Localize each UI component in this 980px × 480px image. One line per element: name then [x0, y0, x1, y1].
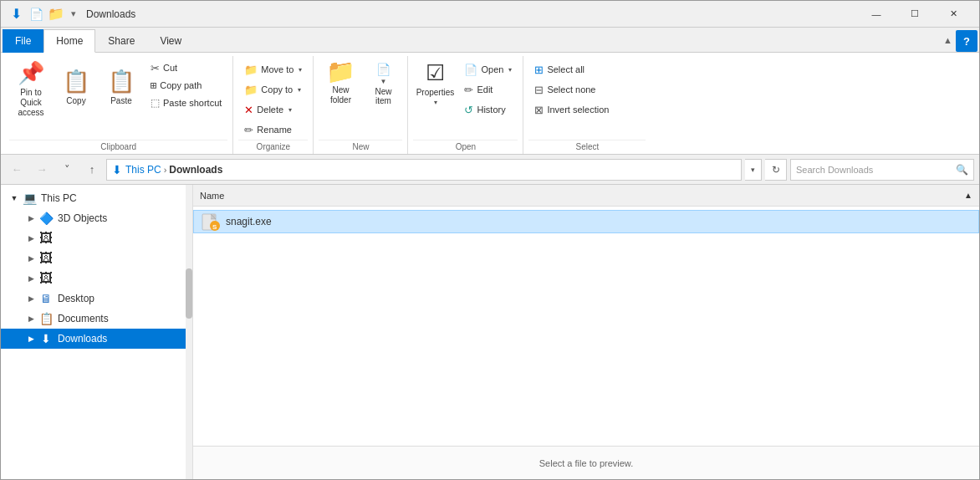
sidebar-item-pictures3[interactable]: ▶ 🖼: [1, 268, 192, 289]
this-pc-expand-icon: ▼: [8, 191, 21, 205]
sidebar-item-this-pc[interactable]: ▼ 💻 This PC: [1, 188, 192, 208]
file-item-snagit[interactable]: S snagit.exe: [193, 210, 979, 233]
sidebar-item-pictures1[interactable]: ▶ 🖼: [1, 228, 192, 248]
copy-path-icon: ⊞: [151, 79, 156, 91]
up-button[interactable]: ↑: [81, 159, 103, 181]
tab-home[interactable]: Home: [43, 29, 95, 53]
organize-content: 📁 Move to ▾ 📁 Copy to ▾ ✕ Delete ▾: [238, 56, 308, 138]
desktop-icon: 🖥: [38, 290, 54, 307]
sidebar-item-documents[interactable]: ▶ 📋 Documents: [1, 309, 192, 329]
ribbon-group-clipboard: 📌 Pin to Quick access 📋 Copy 📋 Paste ✂: [4, 56, 233, 154]
open-label: Open: [413, 140, 518, 154]
new-item-icon1: 📄: [376, 63, 390, 76]
downloads-label: Downloads: [58, 333, 107, 345]
select-all-icon: ⊞: [534, 64, 544, 76]
close-button[interactable]: ✕: [934, 1, 972, 28]
minimize-button[interactable]: —: [857, 1, 896, 28]
tab-share[interactable]: Share: [95, 29, 147, 53]
history-icon: ↺: [464, 104, 473, 116]
properties-button[interactable]: ☑ Properties ▾: [413, 56, 457, 109]
select-none-icon: ⊟: [534, 84, 544, 96]
open-dropdown-icon: ▾: [508, 66, 512, 74]
move-to-button[interactable]: 📁 Move to ▾: [238, 61, 308, 78]
main-content: ▼ 💻 This PC ▶ 🔷 3D Objects ▶ 🖼 ▶ 🖼: [1, 185, 979, 479]
title-bar-title: Downloads: [86, 8, 857, 20]
docs-label: Documents: [58, 313, 109, 324]
ribbon-collapse-btn[interactable]: ▲: [943, 35, 952, 45]
ribbon-group-select: ⊞ Select all ⊟ Select none ⊠ Invert sele…: [523, 56, 651, 154]
new-label: New: [319, 140, 402, 154]
sidebar-item-downloads[interactable]: ▶ ⬇ Downloads: [1, 329, 192, 349]
forward-button[interactable]: →: [31, 159, 53, 181]
window-folder-icon: 📁: [48, 6, 64, 23]
pin-icon: 📌: [18, 60, 44, 86]
open-content: ☑ Properties ▾ 📄 Open ▾ ✏ Edit ↺: [413, 56, 518, 138]
this-pc-label: This PC: [41, 192, 77, 204]
cut-button[interactable]: ✂ Cut: [145, 59, 227, 76]
copy-to-dropdown-icon: ▾: [298, 86, 301, 94]
header-sort-icon[interactable]: ▲: [964, 191, 972, 200]
copy-large-icon: 📋: [63, 69, 89, 94]
address-part-downloads[interactable]: Downloads: [169, 164, 222, 176]
3d-icon: 🔷: [38, 210, 54, 227]
delete-dropdown-icon: ▾: [288, 106, 292, 114]
sidebar-scrollbar[interactable]: [186, 185, 192, 479]
invert-icon: ⊠: [534, 104, 544, 116]
new-folder-button[interactable]: 📁 New folder: [319, 56, 362, 108]
delete-button[interactable]: ✕ Delete ▾: [238, 101, 308, 118]
ribbon-group-organize: 📁 Move to ▾ 📁 Copy to ▾ ✕ Delete ▾: [233, 56, 314, 154]
address-pc-icon: ⬇: [112, 163, 122, 176]
sidebar-item-desktop[interactable]: ▶ 🖥 Desktop: [1, 289, 192, 309]
paste-shortcut-button[interactable]: ⬚ Paste shortcut: [145, 94, 227, 111]
history-button[interactable]: ↺ History: [458, 101, 518, 118]
copy-button[interactable]: 📋 Copy: [54, 56, 98, 108]
paste-button[interactable]: 📋 Paste: [100, 56, 143, 108]
file-list: S snagit.exe: [193, 207, 979, 446]
open-small-col: 📄 Open ▾ ✏ Edit ↺ History: [458, 61, 518, 118]
title-bar: ⬇ 📄 📁 ▾ Downloads — ☐ ✕: [1, 1, 979, 28]
tab-view[interactable]: View: [147, 29, 194, 53]
copy-to-icon: 📁: [244, 84, 258, 96]
copy-path-button[interactable]: ⊞ Copy path: [145, 77, 227, 94]
help-button[interactable]: ?: [956, 30, 977, 52]
name-column-header: Name: [200, 191, 224, 201]
select-all-button[interactable]: ⊞ Select all: [528, 61, 646, 78]
invert-selection-button[interactable]: ⊠ Invert selection: [528, 101, 646, 118]
sidebar-item-3d-objects[interactable]: ▶ 🔷 3D Objects: [1, 208, 192, 228]
preview-message: Select a file to preview.: [539, 458, 634, 468]
pin-quick-access-button[interactable]: 📌 Pin to Quick access: [9, 56, 53, 120]
edit-icon: ✏: [464, 84, 473, 96]
address-part-thispc[interactable]: This PC: [125, 164, 161, 176]
docs-expand-icon: ▶: [24, 312, 38, 325]
search-bar[interactable]: Search Downloads 🔍: [790, 159, 974, 181]
select-none-button[interactable]: ⊟ Select none: [528, 81, 646, 98]
file-list-header: Name ▲: [193, 185, 979, 207]
recent-locations-button[interactable]: ˅: [56, 159, 78, 181]
address-separator-1: ›: [164, 165, 167, 175]
cut-icon: ✂: [151, 62, 160, 74]
properties-dropdown-icon: ▾: [434, 99, 437, 106]
address-refresh-button[interactable]: ↻: [765, 159, 787, 181]
sidebar-item-pictures2[interactable]: ▶ 🖼: [1, 248, 192, 268]
nav-bar: ← → ˅ ↑ ⬇ This PC › Downloads ▾ ↻ Search…: [1, 155, 979, 185]
select-content: ⊞ Select all ⊟ Select none ⊠ Invert sele…: [528, 56, 646, 138]
pics2-expand-icon: ▶: [24, 252, 38, 265]
open-button[interactable]: 📄 Open ▾: [458, 61, 518, 78]
tab-file[interactable]: File: [3, 29, 43, 53]
svg-text:S: S: [212, 223, 217, 231]
edit-button[interactable]: ✏ Edit: [458, 81, 518, 98]
address-bar[interactable]: ⬇ This PC › Downloads: [106, 159, 742, 181]
sidebar-scrollbar-thumb[interactable]: [186, 268, 192, 319]
preview-bar: Select a file to preview.: [193, 446, 979, 479]
snagit-file-name: snagit.exe: [226, 216, 272, 227]
downloads-icon: ⬇: [38, 330, 54, 347]
pics1-icon: 🖼: [38, 230, 54, 247]
copy-to-button[interactable]: 📁 Copy to ▾: [238, 81, 308, 98]
rename-button[interactable]: ✏ Rename: [238, 121, 308, 138]
back-button[interactable]: ←: [6, 159, 28, 181]
maximize-button[interactable]: ☐: [896, 1, 934, 28]
new-item-button[interactable]: 📄 ▼ New item: [364, 56, 402, 108]
snagit-file-icon: S: [201, 212, 221, 232]
select-col: ⊞ Select all ⊟ Select none ⊠ Invert sele…: [528, 61, 646, 118]
address-dropdown-button[interactable]: ▾: [745, 159, 762, 181]
